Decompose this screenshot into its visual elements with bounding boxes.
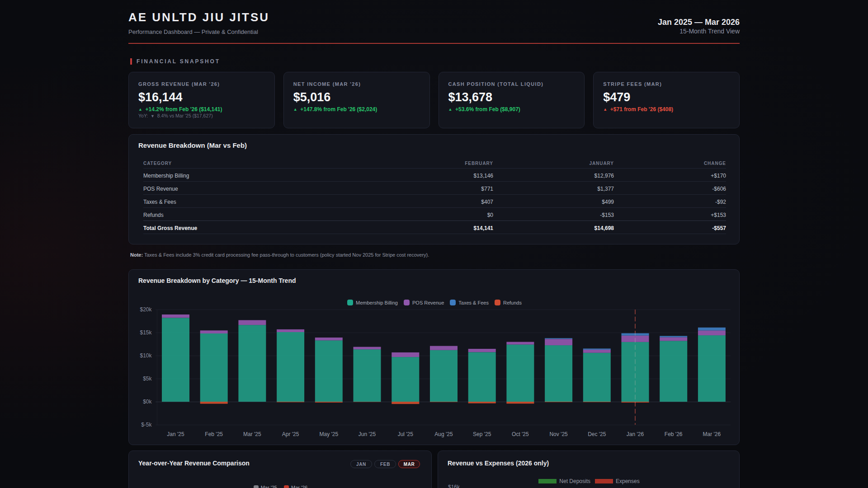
svg-text:Jul '25: Jul '25 [398, 431, 414, 437]
svg-text:May '25: May '25 [319, 431, 338, 437]
svg-text:$0k: $0k [143, 399, 152, 405]
svg-text:$20k: $20k [140, 306, 152, 313]
svg-text:Mar '26: Mar '26 [703, 431, 721, 437]
svg-text:Aug '25: Aug '25 [434, 431, 453, 437]
svg-text:Oct '25: Oct '25 [512, 431, 529, 437]
svg-text:$-5k: $-5k [141, 422, 152, 428]
svg-text:Feb '25: Feb '25 [205, 431, 223, 437]
svg-text:Nov '25: Nov '25 [549, 431, 568, 437]
svg-text:Jun '25: Jun '25 [359, 431, 376, 437]
svg-text:Jan '25: Jan '25 [167, 431, 184, 437]
svg-text:$5k: $5k [143, 375, 152, 382]
svg-text:Apr '25: Apr '25 [282, 431, 299, 437]
svg-text:Dec '25: Dec '25 [588, 431, 606, 437]
svg-text:Jan '26: Jan '26 [627, 431, 644, 437]
svg-text:$10k: $10k [140, 352, 152, 359]
svg-text:Feb '26: Feb '26 [665, 431, 683, 437]
svg-text:$15k: $15k [140, 329, 152, 336]
svg-text:Sep '25: Sep '25 [473, 431, 491, 437]
svg-text:Mar '25: Mar '25 [243, 431, 261, 437]
